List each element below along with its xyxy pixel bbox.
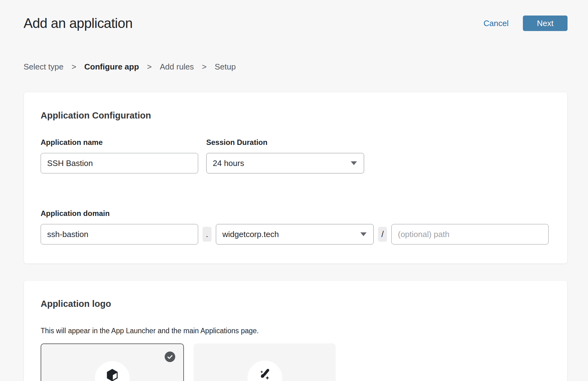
logo-options	[41, 343, 550, 381]
session-duration-value: 24 hours	[213, 159, 244, 168]
application-configuration-card: Application Configuration Application na…	[24, 92, 568, 264]
session-duration-label: Session Duration	[206, 138, 364, 147]
breadcrumb-separator: >	[202, 62, 207, 72]
application-logo-description: This will appear in the App Launcher and…	[41, 326, 550, 335]
path-input[interactable]	[391, 224, 549, 244]
application-name-input[interactable]	[41, 153, 198, 173]
application-configuration-heading: Application Configuration	[41, 110, 550, 121]
page-header: Add an application Cancel Next	[24, 16, 568, 31]
logo-option-custom[interactable]	[194, 343, 336, 381]
domain-value: widgetcorp.tech	[222, 230, 279, 239]
next-button[interactable]: Next	[523, 16, 568, 31]
domain-select[interactable]: widgetcorp.tech	[216, 224, 374, 244]
selected-check-icon	[165, 352, 175, 362]
application-logo-heading: Application logo	[41, 298, 550, 309]
logo-icon-circle	[95, 361, 130, 381]
chevron-down-icon	[360, 232, 367, 236]
breadcrumb-separator: >	[72, 62, 76, 72]
logo-option-default[interactable]	[41, 343, 184, 381]
slash-separator: /	[378, 227, 387, 242]
breadcrumb-step-setup[interactable]: Setup	[215, 62, 236, 72]
add-application-page: Add an application Cancel Next Select ty…	[0, 16, 588, 381]
application-domain-row: . widgetcorp.tech /	[41, 224, 550, 244]
session-duration-field: Session Duration 24 hours	[206, 138, 364, 173]
cancel-button[interactable]: Cancel	[483, 19, 509, 28]
paintbrush-icon	[258, 367, 272, 381]
subdomain-input[interactable]	[41, 224, 198, 244]
chevron-down-icon	[351, 161, 357, 165]
header-actions: Cancel Next	[483, 16, 568, 31]
dot-separator: .	[203, 227, 212, 242]
breadcrumb-step-add-rules[interactable]: Add rules	[160, 62, 194, 72]
logo-icon-circle	[247, 361, 282, 381]
breadcrumb-step-configure-app[interactable]: Configure app	[84, 62, 139, 72]
application-name-field: Application name	[41, 138, 198, 173]
application-name-label: Application name	[41, 138, 198, 147]
breadcrumb-step-select-type[interactable]: Select type	[24, 62, 64, 72]
page-title: Add an application	[24, 16, 132, 31]
name-session-row: Application name Session Duration 24 hou…	[41, 138, 550, 173]
breadcrumb: Select type > Configure app > Add rules …	[24, 62, 568, 72]
application-logo-card: Application logo This will appear in the…	[24, 280, 568, 381]
cube-icon	[105, 368, 119, 381]
session-duration-select[interactable]: 24 hours	[206, 153, 364, 173]
application-domain-label: Application domain	[41, 209, 550, 218]
breadcrumb-separator: >	[147, 62, 152, 72]
